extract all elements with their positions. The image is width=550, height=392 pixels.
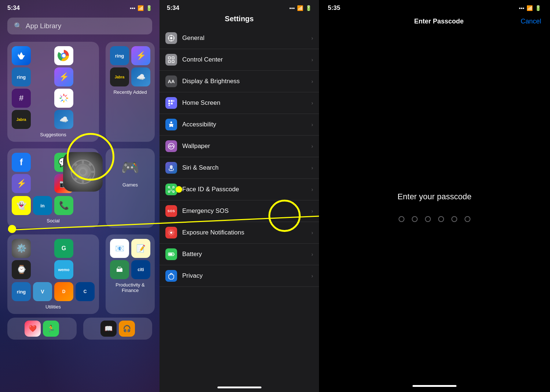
folder-suggestions[interactable]: ring ⚡ # [7, 42, 99, 142]
passcode-content: Enter your passcode [319, 33, 550, 381]
search-placeholder: App Library [26, 22, 61, 30]
app-icon-facebook[interactable]: f [12, 153, 31, 172]
app-icon-weather[interactable]: ☁️ [54, 110, 73, 129]
app-icon-health-folder[interactable]: ❤️ 🏃 [7, 318, 77, 340]
settings-label-privacy: Privacy [182, 272, 311, 280]
settings-label-siri: Siri & Search [182, 164, 311, 171]
passcode-dot-3 [425, 216, 431, 222]
svg-rect-45 [169, 254, 173, 255]
svg-rect-8 [82, 180, 84, 184]
app-icon-phone[interactable]: 📞 [54, 196, 73, 215]
wifi-icon: 📶 [138, 5, 144, 11]
app-icon-alltrails[interactable]: 🏔 [110, 260, 129, 279]
app-icon-jabra2[interactable]: Jabra [110, 67, 129, 86]
settings-item-sos[interactable]: SOS Emergency SOS › [160, 200, 319, 222]
chevron-display: › [311, 78, 313, 84]
app-icon-wemo[interactable]: wemo [54, 260, 73, 279]
reading-icons: 📖 🎧 [86, 321, 150, 337]
app-icon-ring2[interactable]: ring [110, 46, 129, 65]
app-icon-jabra[interactable]: Jabra [12, 110, 31, 129]
app-icon-ring[interactable]: ring [12, 67, 31, 86]
app-icon-notes[interactable]: 📝 [131, 239, 150, 258]
app-icon-kindle[interactable]: 📖 [100, 321, 117, 337]
app-icon-chrome[interactable] [54, 46, 73, 65]
battery-icon-2: 🔋 [305, 5, 312, 11]
app-icon-discover[interactable]: D [54, 282, 73, 301]
settings-icon-homescreen [165, 97, 177, 109]
passcode-dot-2 [412, 216, 418, 222]
app-icon-photos[interactable] [54, 89, 73, 108]
settings-item-battery[interactable]: Battery › [160, 244, 319, 265]
chevron-control: › [311, 57, 313, 63]
status-bar-1: 5:34 ▪▪▪ 📶 🔋 [0, 0, 160, 15]
status-icons-3: ▪▪▪ 📶 🔋 [519, 5, 541, 11]
app-icon-citi[interactable]: C [76, 282, 95, 301]
settings-title-bar: Settings [160, 15, 319, 27]
battery-icon-3: 🔋 [535, 5, 541, 11]
settings-item-privacy[interactable]: Privacy › [160, 265, 319, 287]
app-library-search[interactable]: 🔍 App Library [7, 18, 152, 34]
settings-item-siri[interactable]: Siri & Search › [160, 157, 319, 179]
app-icon-slack[interactable]: # [12, 89, 31, 108]
app-icon-appstore[interactable] [12, 46, 31, 65]
svg-rect-24 [172, 60, 174, 63]
app-icon-fb-messenger2[interactable]: ⚡ [131, 46, 150, 65]
folder-utilities[interactable]: ⚙️ G ⌚ wemo ring V D C Utilities [7, 234, 99, 314]
app-icon-ring3[interactable]: ring [12, 282, 31, 301]
reading-folder[interactable]: 📖 🎧 [83, 318, 153, 340]
app-icon-citi2[interactable]: citi [131, 260, 150, 279]
passcode-dot-5 [451, 216, 457, 222]
settings-icon-sos: SOS [165, 205, 177, 217]
chevron-faceid: › [311, 186, 313, 192]
app-icon-messenger[interactable]: ⚡ [54, 67, 73, 86]
svg-rect-26 [171, 100, 173, 102]
app-icon-watch[interactable]: ⌚ [12, 260, 31, 279]
signal-icon-2: ▪▪▪ [289, 5, 295, 11]
settings-item-homescreen[interactable]: Home Screen › [160, 92, 319, 114]
svg-rect-27 [173, 100, 174, 102]
svg-point-40 [170, 232, 172, 234]
app-icon-health[interactable]: ❤️ [25, 321, 41, 337]
chevron-wallpaper: › [311, 143, 313, 149]
app-icon-snapchat[interactable]: 👻 [12, 196, 31, 215]
settings-title: Settings [225, 15, 254, 23]
status-bar-3: 5:35 ▪▪▪ 📶 🔋 [319, 0, 550, 15]
svg-rect-13 [73, 177, 77, 181]
app-icon-linkedin[interactable]: in [33, 196, 52, 215]
app-icon-grammarly[interactable]: G [54, 239, 73, 258]
svg-rect-34 [168, 186, 170, 188]
settings-item-wallpaper[interactable]: Wallpaper › [160, 136, 319, 157]
settings-item-general[interactable]: General › [160, 27, 319, 49]
passcode-dot-4 [438, 216, 444, 222]
status-time-3: 5:35 [328, 4, 340, 12]
signal-icon-3: ▪▪▪ [519, 5, 524, 11]
settings-item-display[interactable]: AA Display & Brightness › [160, 71, 319, 92]
svg-rect-21 [168, 57, 170, 59]
folder-games-content: 🎮 [110, 153, 150, 182]
app-icon-fitness[interactable]: 🏃 [43, 321, 59, 337]
chevron-accessibility: › [311, 122, 313, 127]
settings-item-faceid[interactable]: Face ID & Passcode › [160, 179, 319, 200]
settings-item-control[interactable]: Control Center › [160, 49, 319, 71]
app-icon-gmail[interactable]: 📧 [110, 239, 129, 258]
settings-item-exposure[interactable]: Exposure Notifications › [160, 222, 319, 244]
svg-rect-20 [173, 38, 175, 38]
svg-point-31 [170, 122, 172, 123]
home-indicator-2 [217, 387, 261, 388]
app-icon-audible[interactable]: 🎧 [119, 321, 135, 337]
svg-rect-44 [174, 254, 175, 255]
app-icon-fbmessenger[interactable]: ⚡ [12, 174, 31, 193]
settings-label-display: Display & Brightness [182, 78, 311, 85]
status-icons-1: ▪▪▪ 📶 🔋 [130, 5, 152, 11]
settings-label-exposure: Exposure Notifications [182, 229, 311, 236]
app-icon-weather2[interactable]: ☁️ [131, 67, 150, 86]
folder-productivity[interactable]: 📧 📝 🏔 citi Productivity & Finance [106, 234, 155, 314]
passcode-cancel-button[interactable]: Cancel [521, 18, 541, 25]
settings-item-accessibility[interactable]: Accessibility › [160, 114, 319, 136]
settings-icon-privacy [165, 270, 177, 282]
app-icon-venmo[interactable]: V [33, 282, 52, 301]
wifi-icon-3: 📶 [527, 5, 533, 11]
app-icon-settings-sm[interactable]: ⚙️ [12, 239, 31, 258]
folder-recently-added[interactable]: ring ⚡ Jabra ☁️ Recently Added [106, 42, 155, 142]
status-bar-2: 5:34 ▪▪▪ 📶 🔋 [160, 0, 319, 15]
